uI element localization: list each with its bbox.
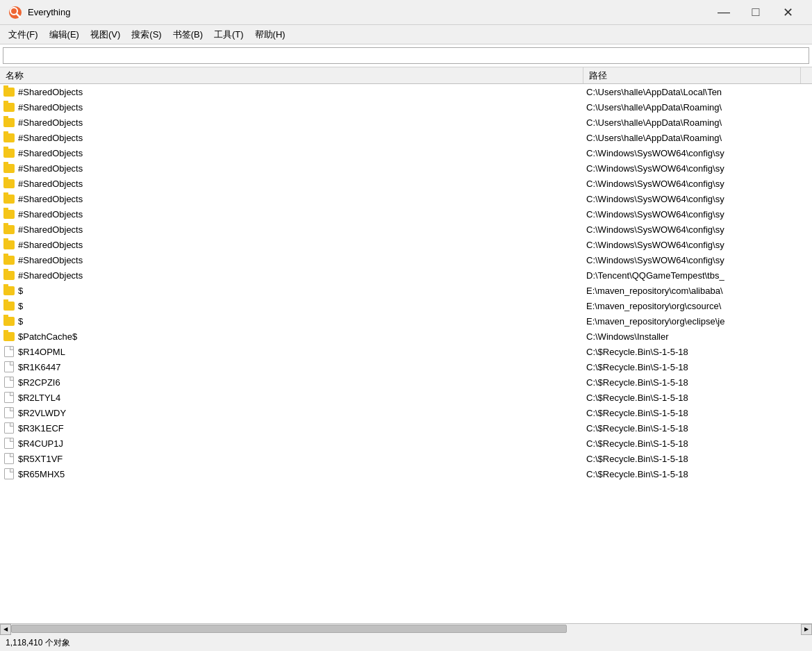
table-row[interactable]: $R2CPZI6C:\$Recycle.Bin\S-1-5-18 [0, 374, 812, 390]
table-row[interactable]: $R5XT1VFC:\$Recycle.Bin\S-1-5-18 [0, 451, 812, 466]
table-row[interactable]: $R2VLWDYC:\$Recycle.Bin\S-1-5-18 [0, 405, 812, 420]
minimize-button[interactable]: — [708, 0, 740, 25]
table-row[interactable]: #SharedObjectsC:\Windows\SysWOW64\config… [0, 160, 812, 176]
cell-path: C:\$Recycle.Bin\S-1-5-18 [583, 408, 812, 418]
menu-search[interactable]: 搜索(S) [126, 26, 167, 43]
folder-icon [3, 177, 15, 190]
cell-path: E:\maven_repository\com\alibaba\ [583, 286, 812, 296]
menu-help[interactable]: 帮助(H) [249, 26, 291, 43]
table-row[interactable]: #SharedObjectsC:\Users\halle\AppData\Loc… [0, 84, 812, 99]
folder-icon [3, 330, 15, 343]
cell-path: C:\Windows\SysWOW64\config\sy [583, 209, 812, 220]
cell-name: $R65MHX5 [0, 468, 583, 480]
cell-path: C:\Windows\SysWOW64\config\sy [583, 163, 812, 174]
file-list[interactable]: #SharedObjectsC:\Users\halle\AppData\Loc… [0, 84, 812, 623]
search-input[interactable] [3, 47, 809, 64]
file-icon [3, 452, 15, 465]
file-icon [3, 376, 15, 388]
cell-name: $R3K1ECF [0, 422, 583, 434]
cell-name: $R2LTYL4 [0, 391, 583, 404]
table-row[interactable]: $R1K6447C:\$Recycle.Bin\S-1-5-18 [0, 359, 812, 374]
file-name: #SharedObjects [18, 179, 83, 189]
cell-name: #SharedObjects [0, 269, 583, 281]
table-row[interactable]: #SharedObjectsC:\Windows\SysWOW64\config… [0, 222, 812, 237]
table-row[interactable]: #SharedObjectsC:\Windows\SysWOW64\config… [0, 145, 812, 160]
close-button[interactable]: ✕ [772, 0, 804, 25]
scroll-left-button[interactable]: ◀ [0, 624, 11, 635]
scroll-right-button[interactable]: ▶ [801, 624, 812, 635]
cell-name: $R4CUP1J [0, 437, 583, 450]
folder-icon [3, 116, 15, 129]
table-row[interactable]: #SharedObjectsC:\Windows\SysWOW64\config… [0, 176, 812, 191]
horizontal-scrollbar[interactable]: ◀ ▶ [0, 623, 812, 634]
cell-name: #SharedObjects [0, 208, 583, 220]
cell-name: #SharedObjects [0, 177, 583, 190]
menu-tools[interactable]: 工具(T) [208, 26, 249, 43]
title-bar: Everything — □ ✕ [0, 0, 812, 25]
folder-icon [3, 192, 15, 205]
cell-path: C:\Windows\SysWOW64\config\sy [583, 255, 812, 265]
cell-name: $R2VLWDY [0, 406, 583, 419]
file-name: $ [18, 316, 23, 327]
menu-bookmarks[interactable]: 书签(B) [167, 26, 208, 43]
cell-name: $R2CPZI6 [0, 376, 583, 388]
file-name: $ [18, 286, 23, 296]
menu-edit[interactable]: 编辑(E) [44, 26, 85, 43]
file-name: #SharedObjects [18, 240, 83, 250]
table-row[interactable]: $E:\maven_repository\com\alibaba\ [0, 283, 812, 298]
table-row[interactable]: #SharedObjectsC:\Users\halle\AppData\Roa… [0, 99, 812, 115]
scroll-thumb[interactable] [11, 625, 567, 633]
file-name: #SharedObjects [18, 194, 83, 204]
cell-name: #SharedObjects [0, 162, 583, 174]
table-row[interactable]: $E:\maven_repository\org\eclipse\je [0, 313, 812, 329]
menu-view[interactable]: 视图(V) [85, 26, 126, 43]
cell-name: $R5XT1VF [0, 452, 583, 465]
cell-name: #SharedObjects [0, 116, 583, 129]
status-bar: 1,118,410 个对象 [0, 634, 812, 651]
cell-path: C:\Users\halle\AppData\Roaming\ [583, 102, 812, 113]
table-row[interactable]: #SharedObjectsD:\Tencent\QQGameTempest\t… [0, 267, 812, 283]
cell-path: C:\$Recycle.Bin\S-1-5-18 [583, 377, 812, 388]
file-name: #SharedObjects [18, 209, 83, 220]
table-row[interactable]: $R2LTYL4C:\$Recycle.Bin\S-1-5-18 [0, 390, 812, 405]
cell-path: C:\$Recycle.Bin\S-1-5-18 [583, 393, 812, 403]
file-name: $PatchCache$ [18, 331, 77, 342]
table-row[interactable]: $R14OPMLC:\$Recycle.Bin\S-1-5-18 [0, 344, 812, 359]
table-row[interactable]: $E:\maven_repository\org\csource\ [0, 298, 812, 313]
table-row[interactable]: #SharedObjectsC:\Windows\SysWOW64\config… [0, 191, 812, 206]
table-row[interactable]: #SharedObjectsC:\Users\halle\AppData\Roa… [0, 130, 812, 145]
folder-icon [3, 162, 15, 174]
menu-bar: 文件(F) 编辑(E) 视图(V) 搜索(S) 书签(B) 工具(T) 帮助(H… [0, 25, 812, 44]
table-row[interactable]: $PatchCache$C:\Windows\Installer [0, 329, 812, 344]
table-row[interactable]: $R65MHX5C:\$Recycle.Bin\S-1-5-18 [0, 466, 812, 481]
cell-path: C:\$Recycle.Bin\S-1-5-18 [583, 423, 812, 434]
cell-path: C:\$Recycle.Bin\S-1-5-18 [583, 469, 812, 479]
cell-path: C:\Users\halle\AppData\Roaming\ [583, 117, 812, 128]
table-row[interactable]: #SharedObjectsC:\Windows\SysWOW64\config… [0, 237, 812, 252]
cell-name: $ [0, 315, 583, 327]
cell-path: E:\maven_repository\org\csource\ [583, 301, 812, 311]
table-row[interactable]: $R4CUP1JC:\$Recycle.Bin\S-1-5-18 [0, 436, 812, 451]
search-bar [0, 44, 812, 67]
folder-icon [3, 299, 15, 312]
scroll-track[interactable] [11, 624, 801, 635]
file-name: $R65MHX5 [18, 469, 65, 479]
cell-path: C:\$Recycle.Bin\S-1-5-18 [583, 454, 812, 464]
cell-path: E:\maven_repository\org\eclipse\je [583, 316, 812, 327]
cell-name: $R14OPML [0, 345, 583, 358]
menu-file[interactable]: 文件(F) [3, 26, 44, 43]
cell-name: #SharedObjects [0, 101, 583, 113]
folder-icon [3, 315, 15, 327]
table-row[interactable]: #SharedObjectsC:\Windows\SysWOW64\config… [0, 206, 812, 222]
folder-icon [3, 238, 15, 251]
table-row[interactable]: #SharedObjectsC:\Users\halle\AppData\Roa… [0, 115, 812, 130]
maximize-button[interactable]: □ [740, 0, 772, 25]
column-header-path[interactable]: 路径 [583, 67, 801, 83]
table-row[interactable]: $R3K1ECFC:\$Recycle.Bin\S-1-5-18 [0, 420, 812, 436]
cell-name: #SharedObjects [0, 131, 583, 144]
cell-path: C:\Windows\SysWOW64\config\sy [583, 240, 812, 250]
column-header-name[interactable]: 名称 [0, 67, 583, 83]
cell-name: #SharedObjects [0, 85, 583, 98]
cell-path: C:\Windows\Installer [583, 331, 812, 342]
table-row[interactable]: #SharedObjectsC:\Windows\SysWOW64\config… [0, 252, 812, 267]
